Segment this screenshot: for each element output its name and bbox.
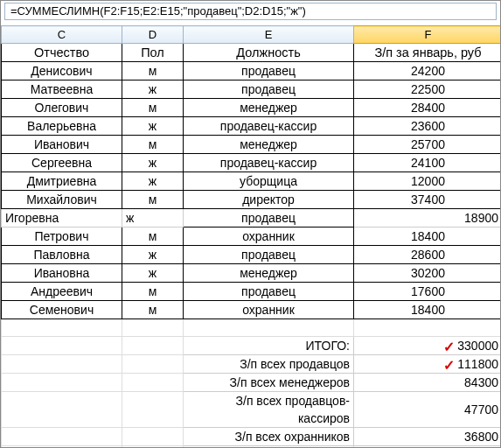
cell-patronymic[interactable]: Иванович: [2, 136, 122, 154]
cell[interactable]: [184, 319, 354, 337]
cell-position[interactable]: продавец: [184, 283, 354, 301]
total-value[interactable]: ✓330000: [354, 337, 502, 355]
total-label[interactable]: З/п всех менеджеров: [184, 374, 354, 392]
cell-salary[interactable]: 12000: [354, 172, 502, 191]
col-header-f[interactable]: F: [354, 26, 502, 44]
cell-position[interactable]: охранник: [184, 301, 354, 319]
cell-salary[interactable]: 28400: [354, 99, 502, 117]
cell-sex[interactable]: м: [122, 228, 184, 246]
cell-salary[interactable]: 37400: [354, 191, 502, 209]
cell[interactable]: [122, 319, 184, 337]
cell[interactable]: [2, 337, 122, 355]
cell[interactable]: [122, 428, 184, 446]
cell[interactable]: [2, 374, 122, 392]
cell-salary[interactable]: 24200: [354, 62, 502, 80]
header-position[interactable]: Должность: [184, 44, 354, 62]
cell-salary[interactable]: 25700: [354, 136, 502, 154]
total-row: З/п всех продавцов-кассиров47700: [2, 392, 502, 428]
cell[interactable]: [2, 392, 122, 428]
cell-patronymic[interactable]: Павловна: [2, 246, 122, 264]
total-value[interactable]: 47700: [354, 392, 502, 428]
header-patronymic[interactable]: Отчество: [2, 44, 122, 62]
cell-patronymic[interactable]: Денисович: [2, 62, 122, 80]
value-text: 111800: [457, 357, 498, 371]
cell-position[interactable]: менеджер: [184, 136, 354, 154]
cell[interactable]: [122, 337, 184, 355]
cell-sex[interactable]: ж: [122, 172, 184, 191]
total-value[interactable]: ✓111800: [354, 355, 502, 374]
checkmark-icon: ✓: [443, 339, 455, 356]
cell-position[interactable]: продавец-кассир: [184, 117, 354, 136]
cell-patronymic[interactable]: Ивановна: [2, 264, 122, 283]
table-row: Семеновичмохранник18400: [2, 301, 502, 319]
cell-position[interactable]: продавец: [184, 80, 354, 99]
cell-sex[interactable]: м: [122, 136, 184, 154]
cell-position[interactable]: директор: [184, 191, 354, 209]
total-value[interactable]: 36800: [354, 428, 502, 446]
cell-salary[interactable]: 24100: [354, 154, 502, 172]
cell[interactable]: [122, 392, 184, 428]
cell[interactable]: [122, 355, 184, 374]
total-label[interactable]: З/п всех охранников: [184, 428, 354, 446]
col-header-c[interactable]: C: [2, 26, 122, 44]
cell-sex[interactable]: м: [122, 62, 184, 80]
cell-patronymic[interactable]: Михайлович: [2, 191, 122, 209]
cell-sex[interactable]: м: [122, 283, 184, 301]
cell-patronymic[interactable]: Игоревна: [2, 209, 122, 228]
cell[interactable]: [122, 374, 184, 392]
table-row: Валерьевнажпродавец-кассир23600: [2, 117, 502, 136]
cell-sex[interactable]: ж: [122, 117, 184, 136]
cell-salary[interactable]: 18900: [354, 209, 502, 228]
cell-patronymic[interactable]: Петрович: [2, 228, 122, 246]
cell[interactable]: [2, 428, 122, 446]
cell-salary[interactable]: 30200: [354, 264, 502, 283]
cell-patronymic[interactable]: Андреевич: [2, 283, 122, 301]
cell[interactable]: [2, 355, 122, 374]
formula-bar[interactable]: =СУММЕСЛИМН(F2:F15;E2:E15;"продавец";D2:…: [4, 3, 497, 20]
cell-salary[interactable]: 18400: [354, 301, 502, 319]
cell-position[interactable]: менеджер: [184, 99, 354, 117]
cell-sex[interactable]: ж: [122, 264, 184, 283]
cell-position[interactable]: уборщица: [184, 172, 354, 191]
cell-salary[interactable]: 18400: [354, 228, 502, 246]
cell-position[interactable]: охранник: [184, 228, 354, 246]
table-row: Михайловичмдиректор37400: [2, 191, 502, 209]
table-row: Ивановнажменеджер30200: [2, 264, 502, 283]
cell-position[interactable]: продавец: [184, 209, 354, 228]
col-header-e[interactable]: E: [184, 26, 354, 44]
cell-patronymic[interactable]: Семенович: [2, 301, 122, 319]
cell-position[interactable]: менеджер: [184, 264, 354, 283]
table-row: Матвеевнажпродавец22500: [2, 80, 502, 99]
cell-sex[interactable]: ж: [122, 80, 184, 99]
total-value[interactable]: 84300: [354, 374, 502, 392]
cell-sex[interactable]: ж: [122, 154, 184, 172]
header-sex[interactable]: Пол: [122, 44, 184, 62]
cell-sex[interactable]: м: [122, 191, 184, 209]
cell-sex[interactable]: м: [122, 301, 184, 319]
total-label[interactable]: ИТОГО:: [184, 337, 354, 355]
spreadsheet-grid[interactable]: C D E F Отчество Пол Должность З/п за ян…: [1, 25, 500, 448]
cell-patronymic[interactable]: Сергеевна: [2, 154, 122, 172]
cell-sex[interactable]: ж: [122, 209, 184, 228]
cell-position[interactable]: продавец: [184, 62, 354, 80]
cell-salary[interactable]: 23600: [354, 117, 502, 136]
cell-salary[interactable]: 17600: [354, 283, 502, 301]
cell[interactable]: [2, 319, 122, 337]
total-row: З/п всех продавцов✓111800: [2, 355, 502, 374]
cell-position[interactable]: продавец-кассир: [184, 154, 354, 172]
cell[interactable]: [354, 319, 502, 337]
cell-patronymic[interactable]: Дмитриевна: [2, 172, 122, 191]
col-header-d[interactable]: D: [122, 26, 184, 44]
cell-patronymic[interactable]: Матвеевна: [2, 80, 122, 99]
cell-patronymic[interactable]: Валерьевна: [2, 117, 122, 136]
cell-patronymic[interactable]: Олегович: [2, 99, 122, 117]
cell-sex[interactable]: ж: [122, 246, 184, 264]
total-label[interactable]: З/п всех продавцов: [184, 355, 354, 374]
cell-salary[interactable]: 22500: [354, 80, 502, 99]
header-salary[interactable]: З/п за январь, руб: [354, 44, 502, 62]
cell-salary[interactable]: 28600: [354, 246, 502, 264]
total-label[interactable]: З/п всех продавцов-кассиров: [184, 392, 354, 428]
cell-sex[interactable]: м: [122, 99, 184, 117]
table-row: Петровичмохранник18400: [2, 228, 502, 246]
cell-position[interactable]: продавец: [184, 246, 354, 264]
